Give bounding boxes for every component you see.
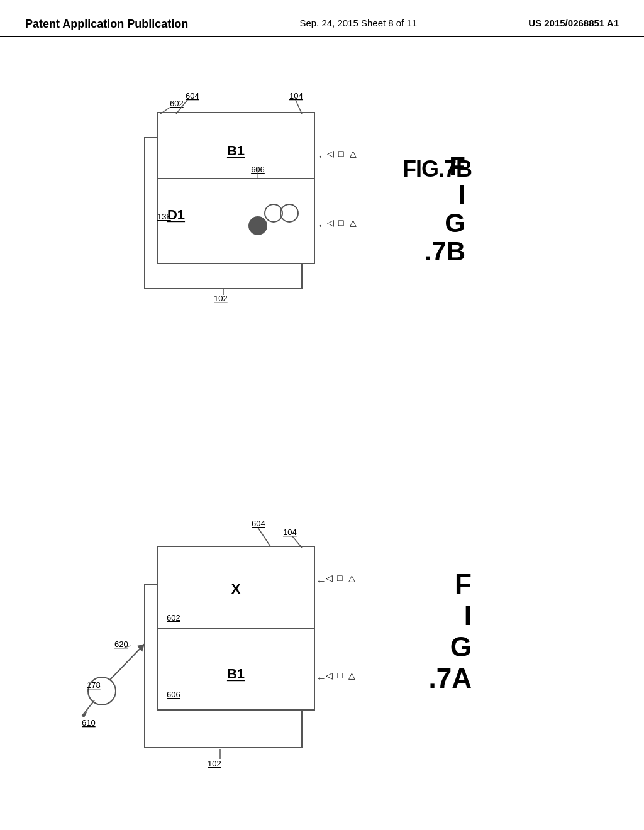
svg-text:←: ← <box>316 575 326 586</box>
svg-marker-52 <box>82 710 88 717</box>
svg-line-43 <box>258 528 270 546</box>
svg-text:104: 104 <box>289 91 303 101</box>
svg-text:604: 604 <box>186 91 199 101</box>
svg-text:←: ← <box>318 151 328 162</box>
svg-text:□: □ <box>337 573 343 583</box>
page-header: Patent Application Publication Sep. 24, … <box>0 0 644 37</box>
svg-text:610: 610 <box>82 718 96 728</box>
fig7a-text-label: F I G .7A <box>409 559 478 710</box>
header-center-text: Sep. 24, 2015 Sheet 8 of 11 <box>299 18 417 28</box>
svg-line-18 <box>296 100 302 114</box>
page-content: B1 606 D1 138 602 604 104 102 <box>0 37 644 817</box>
svg-text:◁: ◁ <box>326 670 333 680</box>
svg-text:.7B: .7B <box>425 236 465 266</box>
svg-line-51 <box>82 700 94 716</box>
svg-text:138: 138 <box>157 212 171 221</box>
svg-text:G: G <box>445 208 465 238</box>
header-left-text: Patent Application Publication <box>25 18 188 31</box>
svg-text:G: G <box>450 631 472 662</box>
svg-text:△: △ <box>348 670 355 680</box>
header-right-text: US 2015/0268851 A1 <box>528 18 619 28</box>
svg-text:F: F <box>455 568 472 599</box>
svg-text:B1: B1 <box>227 143 245 158</box>
svg-text:I: I <box>464 600 472 631</box>
svg-text:←: ← <box>316 673 326 683</box>
svg-text:◁: ◁ <box>327 218 334 228</box>
svg-text:□: □ <box>338 218 344 228</box>
svg-text:△: △ <box>348 573 355 583</box>
svg-text:102: 102 <box>214 294 228 303</box>
svg-point-12 <box>249 217 267 235</box>
svg-text:F: F <box>449 152 465 181</box>
svg-text:◁: ◁ <box>327 148 334 158</box>
svg-text:178: 178 <box>87 680 101 690</box>
svg-text:△: △ <box>350 218 357 228</box>
svg-text:102: 102 <box>208 759 221 768</box>
svg-text:604: 604 <box>252 519 265 528</box>
fig7a-diagram: X 602 B1 606 604 104 102 <box>75 509 453 798</box>
svg-text:I: I <box>458 180 465 209</box>
svg-text:.7A: .7A <box>429 663 472 694</box>
svg-text:602: 602 <box>167 613 180 622</box>
svg-text:B1: B1 <box>227 666 245 682</box>
svg-text:△: △ <box>350 148 357 158</box>
svg-text:□: □ <box>337 670 343 680</box>
svg-rect-3 <box>157 113 314 263</box>
svg-text:◁: ◁ <box>326 573 333 583</box>
fig7b-text-label: F I G .7B <box>409 144 472 282</box>
svg-text:□: □ <box>338 148 344 158</box>
fig7a-container: X 602 B1 606 604 104 102 <box>75 509 478 811</box>
svg-line-49 <box>110 644 145 680</box>
fig7b-container: B1 606 D1 138 602 604 104 102 <box>113 87 478 351</box>
svg-text:104: 104 <box>283 528 297 537</box>
svg-text:606: 606 <box>167 690 180 699</box>
svg-text:←: ← <box>318 220 328 231</box>
svg-text:X: X <box>231 581 241 597</box>
